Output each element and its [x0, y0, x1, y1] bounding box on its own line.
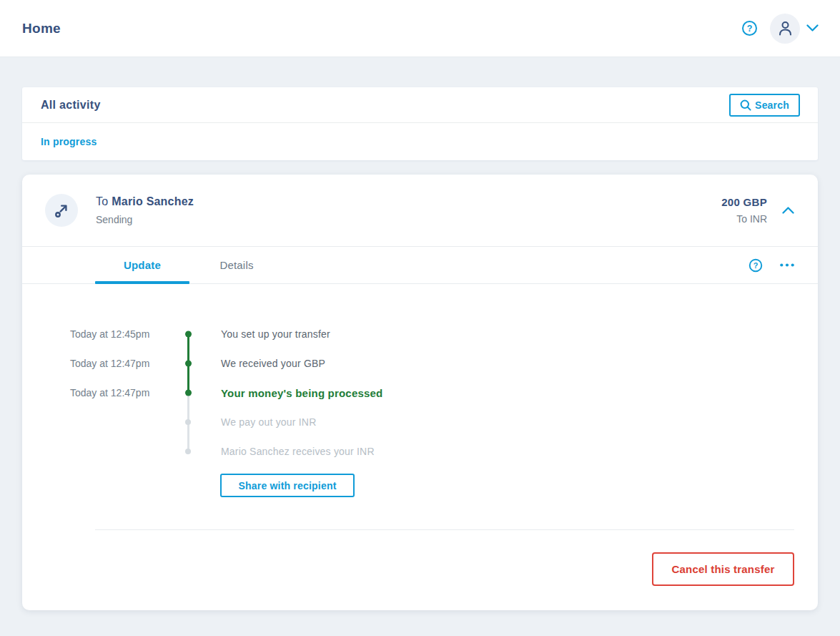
collapse-toggle[interactable] [782, 207, 794, 214]
more-options-button[interactable] [780, 263, 794, 267]
activity-card: All activity Search In progress [22, 87, 818, 160]
tab-actions: ? [748, 258, 794, 273]
timeline-label: Mario Sanchez receives your INR [221, 446, 375, 457]
recipient-name: Mario Sanchez [112, 195, 194, 207]
transfer-status: Sending [96, 214, 194, 225]
main-content: All activity Search In progress [0, 57, 840, 610]
chevron-down-icon [806, 24, 819, 32]
timeline-label: Your money's being processed [221, 386, 382, 398]
chevron-up-icon [782, 207, 794, 214]
timeline-dot [185, 389, 192, 396]
tabs-row: Update Details ? [22, 246, 818, 284]
page-title: Home [22, 21, 61, 36]
transfer-avatar [45, 194, 78, 227]
timeline-dot [185, 449, 191, 454]
timeline-dot [185, 331, 192, 337]
search-button-label: Search [755, 99, 789, 111]
recipient-prefix: To [96, 195, 108, 207]
search-icon [740, 99, 751, 111]
timeline-label: We pay out your INR [221, 416, 317, 428]
transfer-timeline: Today at 12:45pm You set up your transfe… [22, 319, 818, 466]
help-circle-icon: ? [741, 20, 758, 36]
timeline-dot [185, 419, 191, 425]
ellipsis-icon [780, 263, 794, 267]
share-with-recipient-button[interactable]: Share with recipient [220, 474, 355, 497]
svg-text:?: ? [753, 260, 759, 269]
transfer-summary-row[interactable]: ToMario Sanchez Sending 200 GBP To INR [22, 175, 818, 246]
timeline-label: You set up your transfer [221, 328, 330, 340]
cancel-row: Cancel this transfer [22, 530, 818, 610]
timeline-step-1: Today at 12:45pm You set up your transfe… [22, 319, 818, 348]
profile-menu-toggle[interactable] [806, 24, 819, 32]
timeline-time: Today at 12:47pm [70, 358, 149, 369]
help-circle-icon: ? [748, 258, 763, 273]
amount-block: 200 GBP To INR [721, 196, 767, 225]
person-icon [777, 20, 794, 36]
timeline-step-2: Today at 12:47pm We received your GBP [22, 348, 818, 378]
transfer-direction: To INR [721, 213, 767, 225]
activity-header: All activity Search [22, 87, 818, 123]
transfer-amount: 200 GBP [721, 196, 767, 208]
timeline-step-3: Today at 12:47pm Your money's being proc… [22, 378, 818, 407]
timeline-step-4: We pay out your INR [22, 407, 818, 436]
timeline-label: We received your GBP [221, 358, 325, 369]
tab-details[interactable]: Details [189, 247, 284, 283]
help-button[interactable]: ? [741, 20, 758, 36]
recipient-line: ToMario Sanchez [96, 195, 194, 208]
timeline-step-5: Mario Sanchez receives your INR [22, 436, 818, 466]
transfer-card: ToMario Sanchez Sending 200 GBP To INR U… [22, 175, 818, 610]
svg-text:?: ? [747, 24, 753, 34]
tab-help-button[interactable]: ? [748, 258, 763, 273]
search-button[interactable]: Search [729, 94, 800, 117]
activity-title: All activity [41, 99, 101, 112]
activity-filter-row: In progress [22, 123, 818, 160]
timeline-time: Today at 12:45pm [70, 328, 149, 340]
in-progress-link[interactable]: In progress [41, 136, 97, 147]
profile-button[interactable] [770, 14, 800, 44]
topbar-actions: ? [741, 14, 819, 44]
recipient-block: ToMario Sanchez Sending [96, 195, 194, 225]
send-arrow-icon [54, 202, 70, 219]
timeline-time: Today at 12:47pm [70, 387, 149, 398]
tab-update[interactable]: Update [95, 247, 189, 283]
timeline-dot [185, 360, 192, 366]
top-bar: Home ? [0, 0, 840, 57]
cancel-transfer-button[interactable]: Cancel this transfer [652, 552, 794, 586]
